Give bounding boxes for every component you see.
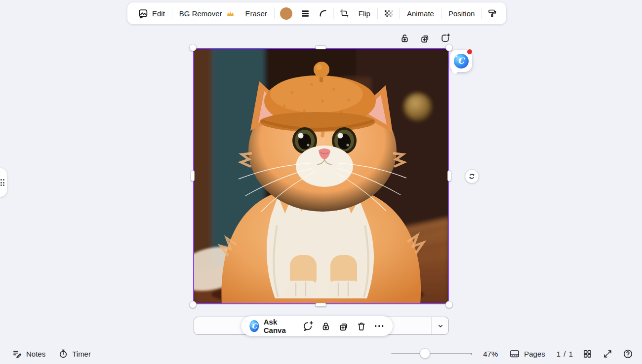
- zoom-slider-track: [391, 353, 472, 354]
- selected-image[interactable]: [193, 48, 449, 304]
- animate-label: Animate: [407, 9, 434, 18]
- divider: [482, 8, 482, 19]
- help-button[interactable]: [621, 347, 634, 360]
- grid-view-button[interactable]: [581, 347, 594, 360]
- page-controls: [398, 32, 451, 44]
- page-indicator: 1 / 1: [557, 350, 573, 358]
- flip-button[interactable]: Flip: [353, 5, 376, 22]
- add-page-icon: [440, 33, 450, 43]
- chevron-down-icon: [437, 322, 444, 330]
- canva-assistant-button[interactable]: ✦ C: [450, 50, 472, 72]
- color-swatch: [280, 7, 292, 20]
- lock-button[interactable]: [321, 320, 331, 332]
- duplicate-button[interactable]: [339, 320, 349, 332]
- lock-icon: [321, 321, 331, 331]
- crop-button[interactable]: [335, 5, 353, 22]
- rotate-icon: [468, 172, 476, 181]
- pages-button[interactable]: Pages: [505, 346, 549, 362]
- grip-dots-icon: [0, 179, 5, 186]
- bg-remover-label: BG Remover: [179, 9, 222, 18]
- divider: [333, 8, 334, 19]
- status-bar: Notes Timer 47%: [0, 343, 642, 364]
- notes-icon: [12, 349, 22, 359]
- canva-ai-icon: C: [249, 320, 259, 332]
- delete-button[interactable]: [357, 320, 367, 332]
- collapse-toolbar-button[interactable]: [432, 317, 448, 334]
- zoom-slider-knob[interactable]: [420, 348, 430, 359]
- notes-button[interactable]: Notes: [8, 346, 50, 362]
- zoom-slider[interactable]: [391, 348, 472, 359]
- pages-icon: [509, 349, 520, 359]
- unlock-button[interactable]: [398, 32, 411, 44]
- timer-button[interactable]: Timer: [54, 346, 95, 362]
- resize-handle-top[interactable]: [315, 45, 326, 49]
- curve-icon: [318, 8, 328, 18]
- rotate-handle[interactable]: [465, 169, 479, 183]
- resize-handle-bottom[interactable]: [315, 303, 326, 307]
- eraser-button[interactable]: Eraser: [240, 5, 273, 22]
- transparency-icon: [383, 8, 394, 18]
- divider: [400, 8, 400, 19]
- animate-button[interactable]: Animate: [401, 5, 440, 22]
- notification-dot: [466, 48, 473, 55]
- grid-view-icon: [583, 349, 592, 359]
- resize-handle-right[interactable]: [447, 170, 451, 182]
- resize-handle-top-right[interactable]: [445, 44, 453, 51]
- ask-canva-button[interactable]: C Ask Canva: [249, 318, 295, 334]
- timer-label: Timer: [72, 350, 91, 358]
- divider: [274, 8, 275, 19]
- sparkle-icon: ✦: [455, 54, 458, 59]
- cat-photo: [193, 48, 449, 304]
- divider: [441, 8, 441, 19]
- divider: [172, 8, 172, 19]
- fullscreen-icon: [603, 349, 612, 359]
- zoom-slider-end: [471, 353, 472, 355]
- stroke-weight-icon: [300, 8, 310, 18]
- add-comment-button[interactable]: [303, 320, 314, 332]
- pages-label: Pages: [524, 350, 545, 358]
- zoom-level: 47%: [479, 350, 498, 358]
- resize-handle-bottom-left[interactable]: [189, 301, 197, 308]
- resize-handle-top-left[interactable]: [189, 44, 197, 51]
- flip-label: Flip: [359, 9, 370, 18]
- more-options-button[interactable]: [374, 320, 384, 332]
- duplicate-icon: [339, 321, 349, 331]
- image-color-button[interactable]: [276, 5, 296, 22]
- duplicate-page-button[interactable]: [418, 32, 431, 44]
- element-action-pill: C Ask Canva: [241, 316, 393, 336]
- unlock-icon: [400, 33, 410, 43]
- element-action-bar: C Ask Canva: [194, 317, 449, 335]
- canva-ai-icon: ✦ C: [454, 54, 469, 69]
- paint-roller-icon: [487, 8, 497, 18]
- edit-button[interactable]: Edit: [132, 5, 170, 22]
- edit-image-icon: [138, 8, 148, 19]
- more-icon: [375, 325, 384, 327]
- stroke-weight-button[interactable]: [296, 5, 314, 22]
- position-button[interactable]: Position: [443, 5, 480, 22]
- transparency-button[interactable]: [379, 5, 398, 22]
- divider: [377, 8, 378, 19]
- corner-rounding-button[interactable]: [314, 5, 332, 22]
- edit-label: Edit: [152, 9, 165, 18]
- copy-style-button[interactable]: [483, 5, 501, 22]
- eraser-label: Eraser: [245, 9, 267, 18]
- resize-handle-left[interactable]: [191, 170, 195, 182]
- position-label: Position: [448, 9, 475, 18]
- timer-icon: [58, 349, 68, 359]
- comment-plus-icon: [303, 321, 314, 331]
- image-toolbar: Edit BG Remover Eraser: [127, 2, 506, 24]
- trash-icon: [357, 321, 367, 331]
- fullscreen-button[interactable]: [601, 347, 614, 360]
- bg-remover-button[interactable]: BG Remover: [174, 5, 240, 22]
- crown-icon: [226, 10, 235, 17]
- add-page-button[interactable]: [439, 32, 451, 44]
- resize-handle-bottom-right[interactable]: [445, 301, 453, 308]
- ask-canva-label: Ask Canva: [264, 318, 295, 334]
- duplicate-icon: [420, 33, 430, 43]
- sidebar-opener-tab[interactable]: [0, 168, 7, 197]
- notes-label: Notes: [26, 350, 45, 358]
- help-icon: [623, 349, 633, 359]
- crop-icon: [339, 8, 349, 18]
